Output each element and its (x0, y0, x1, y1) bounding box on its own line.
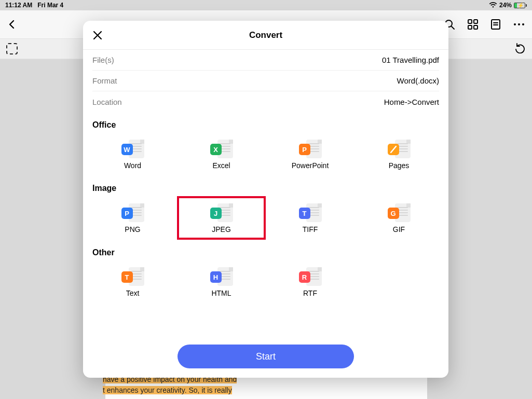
format-label: RTF (303, 289, 317, 297)
svg-point-7 (518, 23, 520, 25)
format-html[interactable]: HHTML (177, 260, 266, 303)
close-icon[interactable] (92, 30, 103, 40)
other-grid: TTextHHTMLRRTF (83, 260, 448, 303)
svg-point-6 (514, 23, 516, 25)
section-other: Other (83, 240, 448, 260)
format-label: TIFF (303, 225, 318, 233)
format-powerpoint[interactable]: PPowerPoint (266, 133, 354, 175)
section-office: Office (83, 112, 448, 133)
format-excel[interactable]: XExcel (177, 133, 266, 175)
format-label: Excel (212, 161, 230, 170)
format-pages[interactable]: Pages (354, 133, 443, 175)
notes-icon[interactable] (490, 19, 501, 30)
status-time: 11:12 AM (5, 2, 32, 9)
format-label: Pages (389, 161, 410, 170)
modal-title: Convert (249, 30, 282, 40)
info-rows: File(s) 01 Travelling.pdf Format Word(.d… (83, 50, 448, 112)
format-label: HTML (211, 289, 231, 297)
status-bar: 11:12 AM Fri Mar 4 24% ⚡ (0, 0, 532, 10)
format-value: Word(.docx) (397, 76, 439, 85)
image-grid: PPNGJJPEGTTIFFGGIF (83, 196, 448, 240)
format-word[interactable]: WWord (88, 133, 177, 175)
svg-rect-2 (474, 20, 478, 23)
format-label: PowerPoint (292, 161, 329, 170)
battery-icon: ⚡ (514, 3, 527, 8)
location-value: Home->Convert (384, 98, 439, 106)
format-label: GIF (393, 225, 405, 233)
crop-icon[interactable] (6, 43, 18, 54)
svg-rect-4 (474, 25, 478, 29)
format-label: Text (126, 289, 140, 297)
battery-percentage: 24% (499, 2, 512, 9)
files-row[interactable]: File(s) 01 Travelling.pdf (92, 50, 439, 71)
format-label: Format (92, 76, 117, 85)
svg-rect-3 (468, 25, 472, 29)
format-label: PNG (125, 225, 140, 233)
files-label: File(s) (92, 56, 114, 64)
format-jpeg[interactable]: JJPEG (177, 196, 266, 240)
format-rtf[interactable]: RRTF (266, 260, 354, 303)
format-row[interactable]: Format Word(.docx) (92, 71, 439, 91)
svg-rect-1 (468, 20, 472, 23)
format-label: JPEG (212, 225, 231, 233)
location-row[interactable]: Location Home->Convert (92, 91, 439, 112)
status-date: Fri Mar 4 (37, 2, 63, 9)
grid-view-icon[interactable] (468, 19, 478, 30)
start-button[interactable]: Start (178, 345, 354, 368)
format-png[interactable]: PPNG (88, 196, 177, 240)
office-grid: WWordXExcelPPowerPointPages (83, 133, 448, 175)
more-icon[interactable] (513, 23, 525, 26)
undo-icon[interactable] (514, 42, 526, 56)
back-button[interactable] (7, 20, 17, 29)
format-text[interactable]: TText (88, 260, 177, 303)
files-value: 01 Travelling.pdf (382, 56, 439, 64)
format-gif[interactable]: GGIF (354, 196, 443, 240)
modal-header: Convert (83, 21, 448, 50)
format-label: Word (124, 161, 141, 170)
svg-point-8 (522, 23, 524, 25)
convert-modal: Convert File(s) 01 Travelling.pdf Format… (83, 21, 448, 378)
location-label: Location (92, 98, 122, 106)
section-image: Image (83, 175, 448, 196)
format-tiff[interactable]: TTIFF (266, 196, 354, 240)
wifi-icon (489, 2, 497, 8)
